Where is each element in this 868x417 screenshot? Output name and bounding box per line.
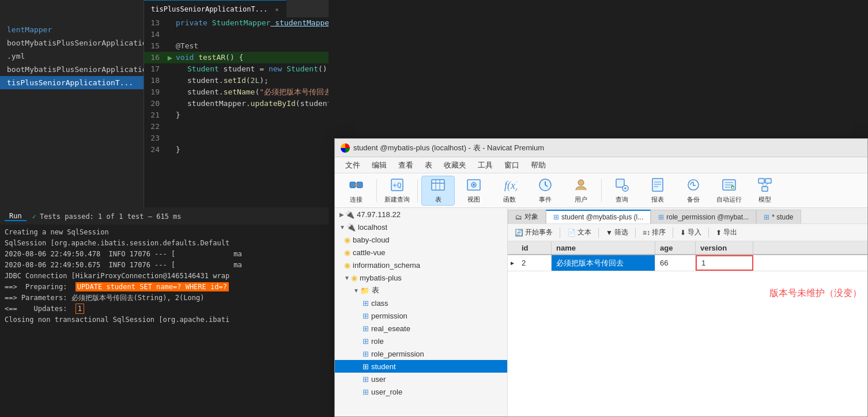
tree-item-cattle-vue[interactable]: ◉ cattle-vue [335,246,507,259]
tree-item-role[interactable]: ⊞ role [335,335,507,347]
toolbar-function[interactable]: f(x) 函数 [493,176,526,206]
menu-file[interactable]: 文件 [339,159,366,172]
toolbar-query2[interactable]: 查询 [605,176,639,206]
nav-tab-object[interactable]: 🗂 对象 [508,210,546,223]
menu-help[interactable]: 帮助 [525,159,552,172]
menu-favorites[interactable]: 收藏夹 [438,159,472,172]
toolbar-table[interactable]: 表 [421,176,455,206]
sidebar-item-yml[interactable]: .yml [0,50,144,63]
test-result-text: Tests passed: 1 of 1 test – 615 ms [40,213,182,221]
nav-tab-student[interactable]: ⊞ student @mybatis-plus (l... [546,210,651,223]
tree-item-information-schema[interactable]: ◉ information_schema [335,259,507,271]
nav-left-panel: ▶ 🔌 47.97.118.22 ▼ 🔌 localhost ◉ baby-cl… [335,208,508,416]
navicat-titlebar: student @mybatis-plus (localhost) - 表 - … [335,139,867,157]
toolbar-event[interactable]: 事件 [529,176,562,206]
toolbar-autorun[interactable]: ▶ 自动运行 [712,176,746,206]
report-icon [650,177,666,193]
tree-item-user[interactable]: ⊞ user [335,373,507,385]
toolbar-connect[interactable]: 连接 [339,176,373,206]
nav-tab-stude-new[interactable]: ⊞ * stude [756,210,801,223]
tree-item-real-eseate[interactable]: ⊞ real_eseate [335,322,507,335]
terminal-tab-run[interactable]: Run [5,212,27,221]
transaction-icon: 🔄 [515,229,523,237]
sidebar-item-mapper[interactable]: lentMapper [0,23,144,36]
tree-item-tables-folder[interactable]: ▼ 📁 表 [335,284,507,297]
toolbar-newquery[interactable]: +Q 新建查询 [380,176,414,206]
toolbar-report[interactable]: 报表 [641,176,674,206]
toolbar-function-label: 函数 [503,195,516,204]
table-icon-role: ⊞ [363,337,369,346]
table-row[interactable]: ▶ 2 必须把版本号传回去 66 1 [508,255,867,271]
sidebar-item-test[interactable]: tisPlusSeniorApplicationT... [0,76,144,89]
row-indicator: ▶ [508,260,517,266]
navicat-app-icon [341,143,350,153]
toolbar-autorun-label: 自动运行 [716,195,742,204]
cell-id[interactable]: 2 [517,255,552,271]
table-icon-permission: ⊞ [363,312,369,320]
tree-item-student[interactable]: ⊞ student [335,360,507,373]
toolbar-backup[interactable]: 备份 [677,176,710,206]
terminal-line-3: 2020-08-06 22:49:50.478 INFO 17076 --- [… [5,249,324,260]
data-table: id name age version ▶ 2 必须把版本号传回去 66 1 版… [508,241,867,416]
cell-version[interactable]: 1 [696,255,753,271]
col-header-id: id [517,241,552,254]
toolbar-import[interactable]: ⬇ 导入 [677,226,705,238]
code-line-20: 20 studentMapper.updateById(student); [144,98,329,109]
terminal-tab-bar: Run ✓ Tests passed: 1 of 1 test – 615 ms [0,208,329,225]
toolbar-sep-filter [598,228,599,238]
toolbar-filter[interactable]: ▼ 筛选 [602,226,632,238]
svg-point-17 [578,180,584,185]
db-icon-baby: ◉ [344,236,350,244]
table-icon [430,177,446,193]
sidebar-item-boot1[interactable]: bootMybatisPlusSeniorApplication [0,36,144,50]
tree-item-permission[interactable]: ⊞ permission [335,309,507,322]
toolbar-model[interactable]: 模型 [748,176,782,206]
menu-table[interactable]: 表 [419,159,438,172]
navicat-content: ▶ 🔌 47.97.118.22 ▼ 🔌 localhost ◉ baby-cl… [335,208,867,416]
toolbar-backup-label: 备份 [687,195,700,204]
menu-window[interactable]: 窗口 [499,159,525,172]
tree-item-role-permission[interactable]: ⊞ role_permission [335,347,507,360]
user-icon [573,177,589,193]
terminal-line-5: JDBC Connection [HikariProxyConnection@1… [5,271,324,282]
ide-tab-close[interactable]: ✕ [276,6,279,13]
col-header-version: version [696,241,753,254]
nav-tab-role-permission[interactable]: ⊞ role_permission @mybat... [651,210,756,223]
toolbar-text[interactable]: 📄 文本 [564,226,595,238]
tree-item-localhost[interactable]: ▼ 🔌 localhost [335,221,507,233]
view-icon [466,177,482,193]
menu-tools[interactable]: 工具 [472,159,499,172]
toolbar-export[interactable]: ⬆ 导出 [712,226,741,238]
toolbar-model-label: 模型 [758,195,771,204]
svg-rect-0 [350,182,356,188]
toolbar-user[interactable]: 用户 [564,176,598,206]
ide-tab-test[interactable]: tisPlusSeniorApplicationT... ✕ [144,0,286,17]
toolbar-table-label: 表 [435,195,441,204]
menu-edit[interactable]: 编辑 [366,159,393,172]
tree-item-class[interactable]: ⊞ class [335,297,507,309]
tree-item-mybatis-plus[interactable]: ▼ ◉ mybatis-plus [335,271,507,284]
ide-tab-bar: tisPlusSeniorApplicationT... ✕ [144,0,329,17]
tree-item-user-role[interactable]: ⊞ user_role [335,385,507,398]
navicat-window: student @mybatis-plus (localhost) - 表 - … [334,138,868,417]
query-icon: +Q [389,177,405,193]
toolbar-sort[interactable]: ≡↕ 排序 [639,226,669,238]
tree-item-baby-cloud[interactable]: ◉ baby-cloud [335,233,507,246]
menu-view[interactable]: 查看 [393,159,419,172]
toolbar-report-label: 报表 [651,195,664,204]
terminal-line-8: <== Updates: 1 [5,304,324,314]
table-icon-real-eseate: ⊞ [363,324,369,333]
cell-name[interactable]: 必须把版本号传回去 [552,255,655,271]
updates-highlight: 1 [76,304,84,314]
svg-text:f(x): f(x) [504,180,517,192]
toolbar-view[interactable]: 视图 [457,176,490,206]
code-line-24: 24 } [144,144,329,156]
table-toolbar: 🔄 开始事务 📄 文本 ▼ 筛选 ≡↕ 排序 [508,224,867,241]
svg-line-37 [765,183,768,187]
toolbar-begin-transaction[interactable]: 🔄 开始事务 [511,226,556,238]
terminal-line-2: SqlSession [org.apache.ibatis.session.de… [5,238,324,249]
filter-icon: ▼ [606,229,613,237]
tree-item-47[interactable]: ▶ 🔌 47.97.118.22 [335,208,507,221]
sidebar-item-boot2[interactable]: bootMybatisPlusSeniorApplication [0,63,144,76]
cell-age[interactable]: 66 [655,255,696,271]
